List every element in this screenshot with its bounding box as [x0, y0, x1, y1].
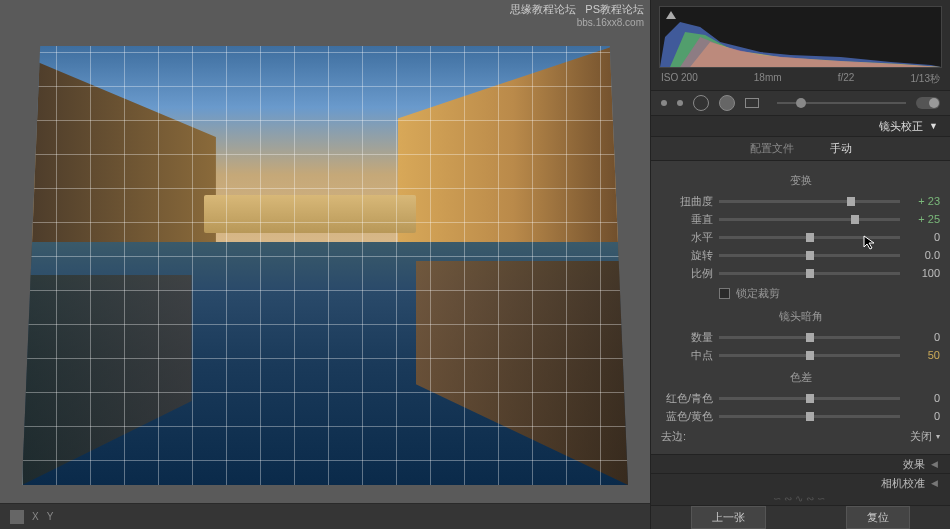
redcyan-label: 红色/青色	[661, 391, 713, 406]
lens-correction-header[interactable]: 镜头校正 ▼	[651, 116, 950, 137]
redcyan-track[interactable]	[719, 397, 900, 400]
slider-vertical: 垂直 + 25	[661, 210, 940, 228]
midpoint-label: 中点	[661, 348, 713, 363]
defringe-row: 去边: 关闭 ▾	[661, 425, 940, 448]
tool-toggle[interactable]	[916, 97, 940, 109]
lens-correction-label: 镜头校正	[879, 119, 923, 134]
tab-manual[interactable]: 手动	[822, 137, 860, 160]
effects-header[interactable]: 效果 ◀	[651, 454, 950, 473]
chevron-right-icon: ◀	[931, 478, 938, 488]
redcyan-value[interactable]: 0	[906, 392, 940, 404]
histogram-panel: ISO 200 18mm f/22 1/13秒	[651, 0, 950, 91]
camera-calibration-header[interactable]: 相机校准 ◀	[651, 473, 950, 492]
blueyellow-label: 蓝色/黄色	[661, 409, 713, 424]
exif-iso: ISO 200	[661, 72, 698, 86]
scale-value[interactable]: 100	[906, 267, 940, 279]
lens-tabs: 配置文件 手动	[651, 137, 950, 161]
slider-amount: 数量 0	[661, 328, 940, 346]
constrain-crop-checkbox[interactable]	[719, 288, 730, 299]
right-sidebar: ISO 200 18mm f/22 1/13秒 镜头校正 ▼ 配置文件 手动 变…	[650, 0, 950, 529]
constrain-crop-row: 锁定裁剪	[661, 282, 940, 303]
horizontal-value[interactable]: 0	[906, 231, 940, 243]
defringe-label: 去边:	[661, 429, 686, 444]
slider-midpoint: 中点 50	[661, 346, 940, 364]
amount-label: 数量	[661, 330, 713, 345]
blueyellow-value[interactable]: 0	[906, 410, 940, 422]
photo-viewport[interactable]	[0, 0, 650, 503]
redeye-tool-icon[interactable]	[693, 95, 709, 111]
amount-value[interactable]: 0	[906, 331, 940, 343]
midpoint-value[interactable]: 50	[906, 349, 940, 361]
view-mode-icon[interactable]	[10, 510, 24, 524]
photo-bridge	[204, 195, 416, 232]
scale-track[interactable]	[719, 272, 900, 275]
defringe-value: 关闭	[910, 429, 932, 444]
blueyellow-track[interactable]	[719, 415, 900, 418]
redcyan-thumb[interactable]	[806, 394, 814, 403]
distortion-label: 扭曲度	[661, 194, 713, 209]
slider-redcyan: 红色/青色 0	[661, 389, 940, 407]
rotate-track[interactable]	[719, 254, 900, 257]
defringe-select[interactable]: 关闭 ▾	[910, 429, 940, 444]
vertical-value[interactable]: + 25	[906, 213, 940, 225]
grad-tool-icon[interactable]	[719, 95, 735, 111]
rotate-label: 旋转	[661, 248, 713, 263]
prev-button[interactable]: 上一张	[691, 506, 766, 529]
scale-label: 比例	[661, 266, 713, 281]
watermark-text: 思缘教程论坛	[510, 3, 576, 15]
coord-y-label: Y	[47, 511, 54, 522]
watermark: 思缘教程论坛 PS教程论坛 bbs.16xx8.com	[510, 2, 644, 29]
bottom-toolbar: X Y	[0, 503, 650, 529]
amount-thumb[interactable]	[806, 333, 814, 342]
scale-thumb[interactable]	[806, 269, 814, 278]
slider-horizontal: 水平 0	[661, 228, 940, 246]
chevron-right-icon: ◀	[931, 459, 938, 469]
section-ca: 色差	[661, 370, 940, 385]
effects-label: 效果	[903, 457, 925, 472]
spot-tool-icon[interactable]	[677, 100, 683, 106]
exif-aperture: f/22	[838, 72, 855, 86]
midpoint-track[interactable]	[719, 354, 900, 357]
horizontal-thumb[interactable]	[806, 233, 814, 242]
rotate-thumb[interactable]	[806, 251, 814, 260]
slider-rotate: 旋转 0.0	[661, 246, 940, 264]
tool-strip	[651, 91, 950, 116]
blueyellow-thumb[interactable]	[806, 412, 814, 421]
coord-x-label: X	[32, 511, 39, 522]
distortion-track[interactable]	[719, 200, 900, 203]
slider-blueyellow: 蓝色/黄色 0	[661, 407, 940, 425]
vertical-label: 垂直	[661, 212, 713, 227]
brush-size-slider[interactable]	[777, 102, 906, 104]
watermark-url: bbs.16xx8.com	[510, 16, 644, 29]
exif-shutter: 1/13秒	[911, 72, 940, 86]
clipping-indicator-icon[interactable]	[666, 11, 676, 19]
rotate-value[interactable]: 0.0	[906, 249, 940, 261]
distortion-thumb[interactable]	[847, 197, 855, 206]
histogram-svg	[660, 7, 941, 67]
camera-calibration-label: 相机校准	[881, 476, 925, 491]
panel-end-decoration: ∽∾∿∾∽	[651, 492, 950, 505]
horizontal-track[interactable]	[719, 236, 900, 239]
midpoint-thumb[interactable]	[806, 351, 814, 360]
distortion-value[interactable]: + 23	[906, 195, 940, 207]
vertical-thumb[interactable]	[851, 215, 859, 224]
amount-track[interactable]	[719, 336, 900, 339]
tab-profile[interactable]: 配置文件	[742, 137, 802, 160]
crop-tool-icon[interactable]	[661, 100, 667, 106]
nav-buttons: 上一张 复位	[651, 505, 950, 529]
horizontal-label: 水平	[661, 230, 713, 245]
exif-info: ISO 200 18mm f/22 1/13秒	[659, 68, 942, 86]
reset-button[interactable]: 复位	[846, 506, 910, 529]
constrain-crop-label: 锁定裁剪	[736, 286, 780, 301]
histogram[interactable]	[659, 6, 942, 68]
slider-distortion: 扭曲度 + 23	[661, 192, 940, 210]
chevron-down-icon: ▼	[929, 121, 938, 131]
watermark-text2: PS教程论坛	[585, 3, 644, 15]
exif-focal: 18mm	[754, 72, 782, 86]
section-transform: 变换	[661, 173, 940, 188]
main-canvas-area: 思缘教程论坛 PS教程论坛 bbs.16xx8.com X Y	[0, 0, 650, 529]
radial-tool-icon[interactable]	[745, 98, 759, 108]
slider-scale: 比例 100	[661, 264, 940, 282]
section-vignette: 镜头暗角	[661, 309, 940, 324]
vertical-track[interactable]	[719, 218, 900, 221]
